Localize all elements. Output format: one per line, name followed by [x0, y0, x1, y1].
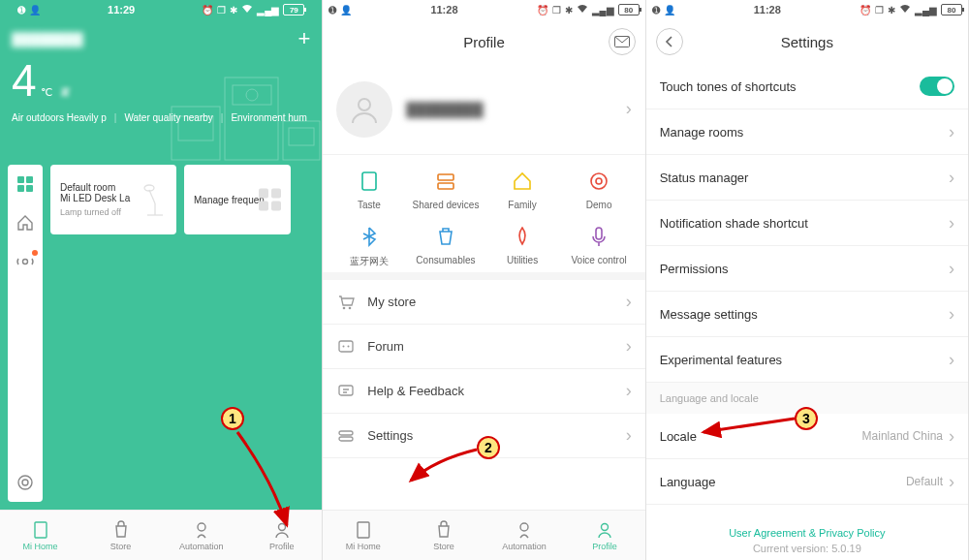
- grid-voice-control[interactable]: Voice control: [561, 224, 638, 268]
- chevron-right-icon: ›: [949, 304, 954, 325]
- setting-label: Touch tones of shortcuts: [660, 79, 920, 94]
- setting-message-settings[interactable]: Message settings ›: [646, 292, 968, 337]
- profile-info-row[interactable]: ████████ ›: [323, 64, 644, 155]
- setting-label: Manage rooms: [660, 125, 949, 140]
- forum-icon: [336, 337, 356, 357]
- setting-manage-rooms[interactable]: Manage rooms ›: [646, 109, 968, 155]
- room-sidebar: [8, 165, 43, 502]
- menu-settings[interactable]: Settings ›: [323, 414, 644, 458]
- chevron-right-icon: ›: [949, 259, 954, 279]
- setting-language[interactable]: Language Default ›: [646, 459, 968, 505]
- svg-rect-6: [289, 128, 314, 145]
- help-icon: [336, 382, 356, 401]
- chevron-right-icon: ›: [626, 292, 632, 312]
- setting-label: Permissions: [660, 262, 949, 276]
- tab-label: Mi Home: [346, 542, 381, 551]
- svg-rect-25: [596, 228, 602, 239]
- setting-touch-tones[interactable]: Touch tones of shortcuts: [646, 64, 968, 109]
- tab-label: Automation: [502, 542, 547, 551]
- home-tab-icon: [31, 520, 50, 540]
- tab-mi-home[interactable]: Mi Home: [0, 511, 80, 560]
- bottom-nav: Mi Home Store Automation Profile: [323, 510, 644, 560]
- menu-my-store[interactable]: My store ›: [323, 280, 644, 325]
- sidebar-grid-icon[interactable]: [16, 174, 35, 194]
- toggle-on[interactable]: [920, 77, 954, 96]
- svg-point-26: [343, 306, 346, 309]
- status-bar: ➊ 👤 11:29 ⏰ ❐ ✱ ▂▄▆ 79: [12, 0, 310, 19]
- tab-store[interactable]: Store: [403, 511, 484, 560]
- profile-header: Profile: [323, 19, 644, 64]
- demo-icon: [586, 169, 611, 194]
- tab-label: Profile: [269, 542, 295, 551]
- profile-menu-list: My store › Forum › Help & Feedback › Set…: [323, 280, 644, 458]
- temperature-unit: ℃: [41, 86, 52, 99]
- manage-frequent-card[interactable]: Manage frequen: [184, 165, 291, 234]
- profile-quick-grid: Taste Shared devices Family Demo 蓝牙网关 Co…: [323, 155, 644, 280]
- avatar: [336, 81, 392, 138]
- device-card-default-room[interactable]: Default room Mi LED Desk La Lamp turned …: [50, 165, 176, 234]
- consumables-icon: [433, 224, 458, 249]
- setting-permissions[interactable]: Permissions ›: [646, 246, 968, 292]
- grid-family[interactable]: Family: [484, 169, 560, 210]
- setting-locale[interactable]: Locale Mainland China ›: [646, 414, 968, 459]
- menu-forum[interactable]: Forum ›: [323, 325, 644, 369]
- grid-label: Demo: [586, 200, 612, 210]
- lamp-icon: [140, 178, 171, 217]
- screen-settings: ➊ 👤 11:28 ⏰ ❐ ✱ ▂▄▆ 80 Settings Touch to…: [646, 0, 969, 560]
- add-device-button[interactable]: +: [297, 26, 310, 51]
- version-text: Current version: 5.0.19: [646, 543, 968, 554]
- sidebar-settings-icon[interactable]: [16, 473, 35, 492]
- back-button[interactable]: [656, 28, 683, 55]
- setting-notification-shortcut[interactable]: Notification shade shortcut ›: [646, 201, 968, 246]
- tab-label: Automation: [179, 542, 224, 551]
- svg-rect-21: [438, 174, 453, 180]
- svg-point-11: [23, 260, 28, 264]
- location-name[interactable]: ████████: [12, 32, 83, 47]
- tab-automation[interactable]: Automation: [161, 511, 241, 560]
- automation-tab-icon: [192, 520, 211, 540]
- chevron-right-icon: ›: [626, 425, 632, 446]
- setting-label: Language: [660, 475, 906, 489]
- grid-label: Voice control: [571, 255, 626, 265]
- grid-bluetooth-gateway[interactable]: 蓝牙网关: [330, 224, 407, 268]
- profile-tab-icon: [595, 520, 614, 540]
- store-tab-icon: [111, 520, 131, 540]
- tab-label: Profile: [592, 542, 617, 551]
- privacy-link[interactable]: User Agreement & Privacy Policy: [646, 527, 968, 539]
- grid-shared-devices[interactable]: Shared devices: [407, 169, 484, 210]
- grid-label: Taste: [358, 200, 381, 210]
- svg-point-30: [348, 345, 350, 347]
- grid-utilities[interactable]: Utilities: [484, 224, 560, 268]
- setting-label: Locale: [660, 429, 862, 444]
- setting-status-manager[interactable]: Status manager ›: [646, 155, 968, 201]
- tab-store[interactable]: Store: [80, 511, 161, 560]
- svg-rect-34: [358, 522, 369, 538]
- alarm-icon: ⏰: [537, 5, 548, 16]
- svg-rect-32: [339, 431, 353, 435]
- tab-automation[interactable]: Automation: [484, 511, 564, 560]
- setting-experimental[interactable]: Experimental features ›: [646, 337, 968, 383]
- messages-button[interactable]: [609, 28, 636, 55]
- battery: 80: [618, 4, 640, 16]
- tab-mi-home[interactable]: Mi Home: [323, 511, 403, 560]
- page-title: Profile: [463, 34, 505, 50]
- home-main: Default room Mi LED Desk La Lamp turned …: [0, 165, 322, 510]
- grid-label: 蓝牙网关: [350, 255, 389, 268]
- sidebar-home-icon[interactable]: [16, 213, 35, 233]
- grid-consumables[interactable]: Consumables: [407, 224, 484, 268]
- temperature-value: 4: [12, 58, 37, 103]
- menu-help-feedback[interactable]: Help & Feedback ›: [323, 369, 644, 414]
- air-quality[interactable]: Air outdoors Heavily p: [12, 112, 107, 123]
- tab-profile[interactable]: Profile: [565, 511, 645, 560]
- notif-icon-1: ➊: [652, 5, 660, 16]
- automation-tab-icon: [515, 520, 534, 540]
- svg-point-24: [596, 178, 602, 184]
- grid-label: Family: [508, 200, 536, 210]
- tab-profile[interactable]: Profile: [241, 511, 322, 560]
- menu-label: My store: [367, 295, 613, 309]
- grid-taste[interactable]: Taste: [330, 169, 407, 210]
- svg-rect-15: [35, 522, 47, 538]
- chevron-right-icon: ›: [626, 336, 632, 357]
- grid-demo[interactable]: Demo: [561, 169, 638, 210]
- sidebar-share-icon[interactable]: [16, 252, 35, 271]
